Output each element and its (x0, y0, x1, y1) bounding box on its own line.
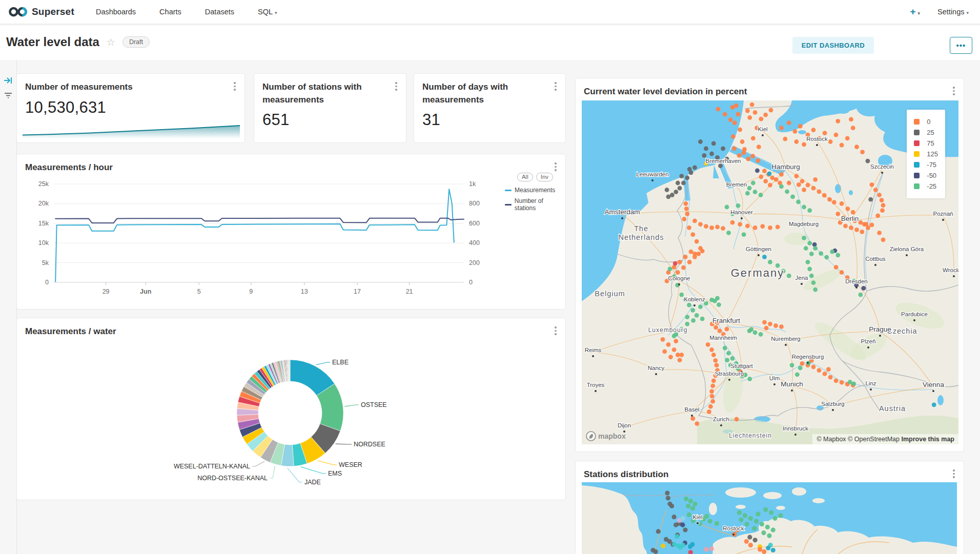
station-dot[interactable] (800, 361, 805, 366)
station-dot[interactable] (761, 530, 766, 535)
station-dot[interactable] (730, 356, 735, 361)
station-dot[interactable] (851, 382, 856, 386)
station-dot[interactable] (859, 293, 863, 297)
station-dot[interactable] (676, 181, 680, 186)
station-dot[interactable] (698, 139, 703, 144)
station-dot[interactable] (742, 232, 746, 237)
station-dot[interactable] (661, 544, 665, 548)
station-dot[interactable] (828, 375, 833, 380)
station-dot[interactable] (873, 188, 878, 192)
station-dot[interactable] (835, 119, 840, 124)
station-dot[interactable] (746, 157, 751, 161)
station-dot[interactable] (690, 308, 695, 313)
station-dot[interactable] (676, 270, 680, 275)
station-dot[interactable] (684, 201, 688, 206)
station-dot[interactable] (686, 504, 690, 508)
station-dot[interactable] (787, 120, 791, 125)
station-dot[interactable] (700, 317, 705, 321)
station-dot[interactable] (747, 186, 752, 191)
station-dot[interactable] (753, 331, 758, 335)
station-dot[interactable] (681, 516, 685, 521)
station-dot[interactable] (679, 174, 684, 178)
station-dot[interactable] (823, 131, 827, 135)
station-dot[interactable] (725, 327, 729, 332)
expand-filters-icon[interactable] (4, 76, 13, 87)
station-dot[interactable] (822, 193, 827, 198)
station-dot[interactable] (840, 380, 844, 385)
station-dot[interactable] (748, 543, 753, 547)
station-dot[interactable] (665, 491, 669, 496)
station-dot[interactable] (758, 547, 762, 552)
station-dot[interactable] (718, 329, 722, 333)
station-dot[interactable] (685, 212, 689, 216)
station-dot[interactable] (692, 165, 697, 170)
station-dot[interactable] (779, 172, 784, 177)
station-dot[interactable] (787, 181, 791, 186)
station-dot[interactable] (763, 179, 768, 183)
station-dot[interactable] (704, 147, 708, 151)
station-dot[interactable] (681, 181, 686, 186)
station-dot[interactable] (675, 534, 679, 539)
station-dot[interactable] (678, 186, 682, 191)
station-dot[interactable] (811, 365, 816, 370)
station-dot[interactable] (704, 224, 708, 229)
station-dot[interactable] (713, 358, 718, 363)
station-dot[interactable] (832, 200, 836, 204)
station-dot[interactable] (684, 207, 689, 211)
station-dot[interactable] (767, 534, 771, 538)
station-dot[interactable] (809, 274, 814, 278)
station-dot[interactable] (753, 225, 758, 230)
station-dot[interactable] (732, 120, 737, 125)
station-dot[interactable] (709, 546, 714, 551)
map-legend-item[interactable]: 125 (914, 150, 938, 158)
station-dot[interactable] (723, 346, 727, 351)
deviation-map[interactable]: TheNetherlandsBelgiumLuxembourgGermanyCz… (582, 100, 958, 444)
station-dot[interactable] (690, 542, 695, 547)
kebab-menu-icon[interactable] (551, 325, 560, 337)
station-dot[interactable] (759, 193, 763, 197)
map-legend-item[interactable]: -50 (914, 172, 938, 179)
station-dot[interactable] (880, 208, 885, 213)
map-legend-item[interactable]: -25 (914, 182, 938, 190)
station-dot[interactable] (796, 200, 801, 204)
station-dot[interactable] (817, 368, 822, 373)
station-dot[interactable] (745, 191, 750, 196)
station-dot[interactable] (779, 324, 784, 329)
station-dot[interactable] (730, 220, 735, 225)
station-dot[interactable] (854, 145, 859, 149)
station-dot[interactable] (734, 104, 739, 108)
map-legend-item[interactable]: -75 (914, 161, 938, 169)
station-dot[interactable] (678, 545, 683, 549)
station-dot[interactable] (769, 108, 773, 112)
station-dot[interactable] (763, 507, 768, 512)
station-dot[interactable] (807, 241, 812, 245)
station-dot[interactable] (716, 107, 721, 111)
station-dot[interactable] (680, 523, 685, 527)
kebab-menu-icon[interactable] (949, 86, 958, 97)
station-dot[interactable] (747, 377, 752, 381)
station-dot[interactable] (812, 242, 817, 247)
more-options-button[interactable]: ••• (950, 37, 972, 54)
station-dot[interactable] (817, 189, 822, 194)
station-dot[interactable] (717, 302, 721, 307)
station-dot[interactable] (734, 417, 739, 422)
station-dot[interactable] (834, 265, 839, 270)
station-dot[interactable] (851, 126, 855, 130)
station-dot[interactable] (673, 339, 678, 343)
new-item-button[interactable]: +▾ (910, 6, 920, 17)
station-dot[interactable] (813, 288, 818, 292)
station-dot[interactable] (713, 325, 718, 330)
station-dot[interactable] (775, 225, 780, 230)
station-dot[interactable] (868, 197, 873, 202)
superset-logo[interactable]: Superset (8, 6, 74, 18)
station-dot[interactable] (672, 347, 677, 352)
station-dot[interactable] (793, 129, 798, 134)
favorite-star-icon[interactable]: ☆ (107, 36, 115, 48)
station-dot[interactable] (731, 134, 736, 139)
station-dot[interactable] (826, 367, 831, 372)
station-dot[interactable] (762, 549, 766, 554)
station-dot[interactable] (866, 159, 870, 163)
kebab-menu-icon[interactable] (551, 161, 560, 173)
station-dot[interactable] (827, 197, 832, 202)
station-dot[interactable] (778, 513, 783, 518)
